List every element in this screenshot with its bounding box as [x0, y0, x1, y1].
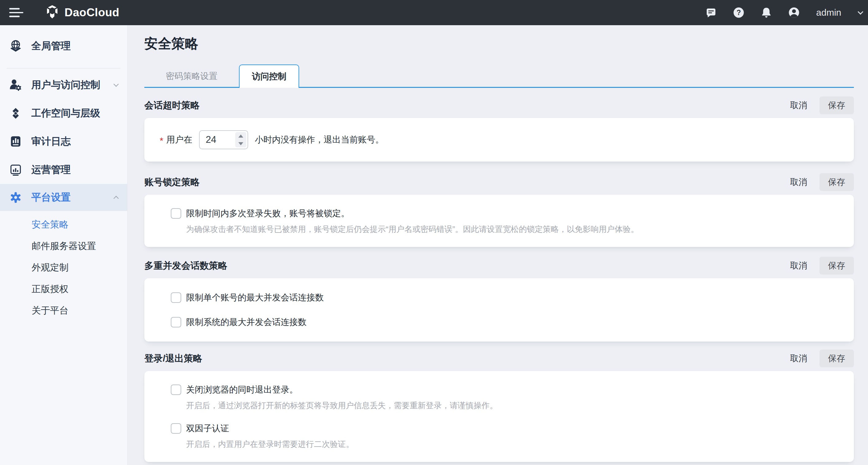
- section-title: 账号锁定策略: [144, 176, 199, 189]
- sidebar-subitem-label: 邮件服务器设置: [32, 240, 96, 252]
- login-failure-lock-checkbox[interactable]: [171, 208, 181, 219]
- sidebar-item-label: 工作空间与层级: [31, 106, 118, 120]
- checkbox-description: 开启后，通过浏览器打开新的标签页将导致用户信息丢失，需要重新登录，请谨慎操作。: [186, 401, 842, 410]
- help-icon[interactable]: ?: [733, 6, 745, 19]
- user-menu[interactable]: admin: [816, 7, 841, 18]
- logout-on-browser-close-checkbox[interactable]: [171, 384, 181, 395]
- settings-gear-icon: [8, 191, 23, 204]
- limit-account-sessions-checkbox[interactable]: [171, 292, 181, 303]
- checkbox-group: 关闭浏览器的同时退出登录。 开启后，通过浏览器打开新的标签页将导致用户信息丢失，…: [171, 384, 842, 410]
- sidebar-item-label: 全局管理: [31, 39, 118, 53]
- sidebar-subitem-license[interactable]: 正版授权: [0, 278, 127, 300]
- hours-input[interactable]: [199, 131, 234, 149]
- sidebar: 全局管理 用户与访问控制: [0, 25, 127, 465]
- two-factor-auth-checkbox[interactable]: [171, 423, 181, 434]
- topbar-actions: ? admin: [705, 6, 863, 19]
- sidebar-item-user-access-control[interactable]: 用户与访问控制: [0, 71, 127, 99]
- sidebar-subitem-label: 关于平台: [32, 304, 68, 317]
- sidebar-subitem-label: 安全策略: [32, 218, 68, 231]
- operations-icon: [8, 163, 23, 177]
- hours-stepper: [235, 132, 246, 148]
- sidebar-item-label: 用户与访问控制: [31, 78, 114, 92]
- cancel-button[interactable]: 取消: [790, 176, 807, 188]
- section-title: 多重并发会话数策略: [144, 259, 227, 272]
- sidebar-item-operations-management[interactable]: 运营管理: [0, 156, 127, 184]
- menu-icon[interactable]: [9, 5, 23, 20]
- svg-text:?: ?: [737, 9, 741, 17]
- app-header: DaoCloud ?: [0, 0, 868, 25]
- section-actions: 取消 保存: [790, 173, 854, 191]
- sidebar-subitem-about-platform[interactable]: 关于平台: [0, 300, 127, 321]
- section-actions: 取消 保存: [790, 257, 854, 275]
- sentence-suffix: 小时内没有操作，退出当前账号。: [255, 134, 384, 146]
- save-button[interactable]: 保存: [819, 349, 854, 367]
- section-title: 登录/退出策略: [144, 352, 202, 365]
- cancel-button[interactable]: 取消: [790, 352, 807, 364]
- tab-access-control[interactable]: 访问控制: [239, 64, 299, 88]
- sentence-prefix: 用户在: [166, 134, 192, 146]
- brand[interactable]: DaoCloud: [45, 5, 120, 21]
- brand-name: DaoCloud: [64, 6, 120, 19]
- brand-logo-icon: [45, 5, 60, 21]
- checkbox-label: 关闭浏览器的同时退出登录。: [186, 384, 298, 396]
- main-content: 安全策略 密码策略设置 访问控制 会话超时策略 取消 保存 * 用户在 小时内没…: [127, 25, 868, 465]
- section-title: 会话超时策略: [144, 99, 199, 112]
- cancel-button[interactable]: 取消: [790, 260, 807, 272]
- chevron-up-icon: [114, 196, 119, 201]
- checkbox-group: 限制时间内多次登录失败，账号将被锁定。 为确保攻击者不知道账号已被禁用，账号锁定…: [171, 208, 842, 234]
- sidebar-subitem-appearance-customization[interactable]: 外观定制: [0, 257, 127, 278]
- checkbox-row: 关闭浏览器的同时退出登录。: [171, 384, 842, 396]
- section-header-login-logout: 登录/退出策略 取消 保存: [144, 351, 854, 366]
- login-logout-card: 关闭浏览器的同时退出登录。 开启后，通过浏览器打开新的标签页将导致用户信息丢失，…: [144, 371, 854, 462]
- tab-password-policy-settings[interactable]: 密码策略设置: [144, 64, 239, 88]
- checkbox-row: 限制单个账号的最大并发会话连接数: [171, 292, 842, 304]
- page-title: 安全策略: [144, 36, 854, 51]
- checkbox-label: 双因子认证: [186, 423, 229, 434]
- sidebar-divider: [7, 68, 120, 68]
- cancel-button[interactable]: 取消: [790, 99, 807, 111]
- audit-log-icon: [8, 134, 23, 149]
- globe-icon: [8, 39, 23, 53]
- checkbox-label: 限制单个账号的最大并发会话连接数: [186, 292, 324, 304]
- workspace-icon: [8, 106, 23, 120]
- save-button[interactable]: 保存: [819, 257, 854, 275]
- sidebar-item-workspace-hierarchy[interactable]: 工作空间与层级: [0, 99, 127, 127]
- tab-bar: 密码策略设置 访问控制: [144, 64, 854, 88]
- sidebar-item-label: 平台设置: [31, 191, 114, 204]
- sidebar-item-label: 审计日志: [31, 135, 118, 148]
- sidebar-item-audit-log[interactable]: 审计日志: [0, 127, 127, 156]
- required-marker: *: [160, 135, 163, 146]
- chevron-down-icon: [114, 82, 119, 87]
- section-header-session-timeout: 会话超时策略 取消 保存: [144, 98, 854, 113]
- sidebar-subitem-security-policy[interactable]: 安全策略: [0, 214, 127, 235]
- hours-input-wrap: [199, 130, 248, 149]
- stepper-up-button[interactable]: [235, 132, 246, 140]
- checkbox-description: 开启后，内置用户在登录时需要进行二次验证。: [186, 439, 842, 449]
- sidebar-item-global-management[interactable]: 全局管理: [0, 32, 127, 60]
- concurrent-sessions-card: 限制单个账号的最大并发会话连接数 限制系统的最大并发会话连接数: [144, 278, 854, 342]
- avatar-icon[interactable]: [788, 6, 800, 19]
- section-actions: 取消 保存: [790, 349, 854, 367]
- bell-icon[interactable]: [760, 6, 773, 19]
- section-header-account-lock: 账号锁定策略 取消 保存: [144, 175, 854, 190]
- checkbox-row: 双因子认证: [171, 423, 842, 434]
- user-access-icon: [8, 78, 23, 92]
- stepper-down-button[interactable]: [235, 140, 246, 148]
- chat-icon[interactable]: [705, 6, 717, 19]
- limit-system-sessions-checkbox[interactable]: [171, 317, 181, 328]
- sidebar-subitem-mail-server-settings[interactable]: 邮件服务器设置: [0, 235, 127, 257]
- section-header-concurrent-sessions: 多重并发会话数策略 取消 保存: [144, 258, 854, 273]
- checkbox-label: 限制系统的最大并发会话连接数: [186, 316, 307, 328]
- sidebar-subitem-label: 正版授权: [32, 283, 68, 296]
- checkbox-row: 限制时间内多次登录失败，账号将被锁定。: [171, 208, 842, 219]
- checkbox-label: 限制时间内多次登录失败，账号将被锁定。: [186, 208, 349, 219]
- checkbox-group: 双因子认证 开启后，内置用户在登录时需要进行二次验证。: [171, 423, 842, 449]
- chevron-down-icon[interactable]: [858, 9, 863, 14]
- save-button[interactable]: 保存: [819, 173, 854, 191]
- session-timeout-card: * 用户在 小时内没有操作，退出当前账号。: [144, 118, 854, 161]
- sidebar-item-platform-settings[interactable]: 平台设置: [0, 184, 127, 211]
- account-lock-card: 限制时间内多次登录失败，账号将被锁定。 为确保攻击者不知道账号已被禁用，账号锁定…: [144, 195, 854, 247]
- save-button[interactable]: 保存: [819, 96, 854, 114]
- checkbox-description: 为确保攻击者不知道账号已被禁用，账号锁定后仍会提示“用户名或密码错误”。因此请设…: [186, 224, 842, 234]
- sidebar-item-label: 运营管理: [31, 163, 118, 177]
